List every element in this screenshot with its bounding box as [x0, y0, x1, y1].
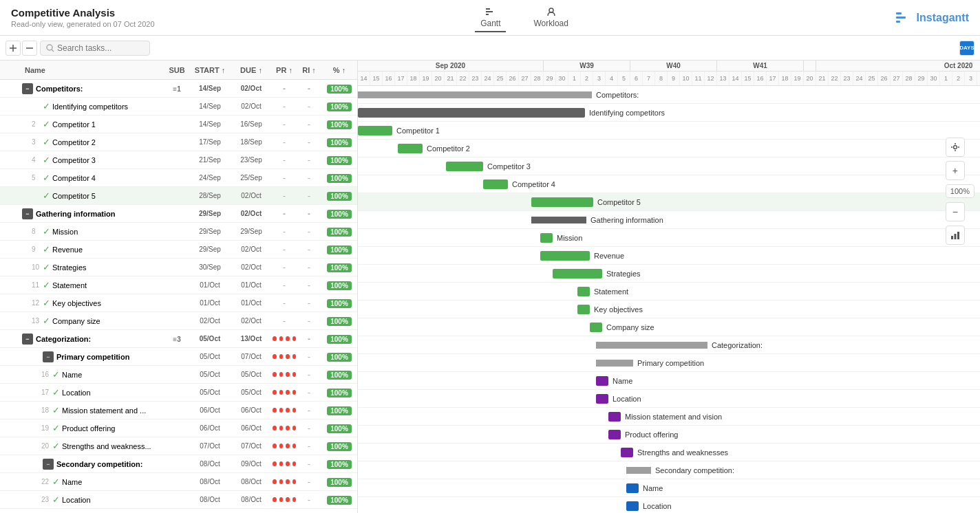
gantt-day: 21 — [445, 72, 457, 85]
col-name-header[interactable]: Name — [22, 66, 164, 74]
row-start: 05/Oct — [189, 353, 231, 360]
app-subtitle: Read-only view, generated on 07 Oct 2020 — [11, 20, 155, 28]
table-row[interactable]: 16 ✓ Name 05/Oct 05/Oct - 100% — [0, 366, 357, 384]
row-due: 01/Oct — [231, 299, 272, 307]
nav-workload-label: Workload — [533, 19, 568, 28]
row-pct: 100% — [321, 441, 357, 451]
row-pct: 100% — [321, 477, 357, 487]
nav-workload[interactable]: Workload — [528, 3, 573, 32]
gantt-row: Identifying competitors — [358, 104, 980, 122]
gantt-row: Primary competition — [358, 354, 980, 372]
row-due: 02/Oct — [231, 192, 272, 199]
table-row[interactable]: 8 ✓ Mission 29/Sep 29/Sep - - 100% — [0, 223, 357, 241]
gantt-row: Competitor 4 — [358, 175, 980, 193]
row-ri: - — [297, 102, 321, 111]
row-name: 8 ✓ Mission — [22, 226, 164, 237]
col-sub-header[interactable]: SUB — [164, 66, 189, 74]
settings-button[interactable] — [946, 138, 965, 157]
col-pct-header[interactable]: % ↑ — [321, 66, 357, 74]
gantt-day: 26 — [878, 72, 891, 85]
zoom-out-button[interactable]: − — [946, 202, 965, 221]
row-due: 05/Oct — [231, 371, 272, 378]
col-pr-header[interactable]: PR ↑ — [272, 66, 297, 74]
svg-rect-5 — [896, 17, 906, 19]
row-pct: 100% — [321, 245, 357, 254]
row-start: 29/Sep — [189, 210, 231, 217]
gantt-day: 30 — [928, 72, 940, 85]
row-start: 05/Oct — [189, 371, 231, 378]
gantt-month: W39 — [544, 61, 630, 71]
gantt-day: 17 — [395, 72, 407, 85]
row-pr — [272, 408, 297, 413]
gantt-bar-label: Gathering information — [590, 216, 663, 224]
gantt-day: 13 — [717, 72, 729, 85]
col-start-header[interactable]: START ↑ — [189, 66, 231, 74]
zoom-in-button[interactable]: + — [946, 161, 965, 180]
row-ri: - — [297, 424, 321, 433]
table-row[interactable]: − Categorization: ≡3 05/Oct 13/Oct - 100… — [0, 330, 357, 348]
gantt-bar — [596, 376, 608, 386]
row-start: 05/Oct — [189, 389, 231, 396]
nav-gantt[interactable]: Gantt — [475, 3, 506, 32]
table-row[interactable]: 11 ✓ Statement 01/Oct 01/Oct - - 100% — [0, 276, 357, 294]
table-row[interactable]: 23 ✓ Location 08/Oct 08/Oct - 100% — [0, 491, 357, 509]
gantt-bar-label: Competitor 5 — [597, 198, 641, 206]
row-start: 08/Oct — [189, 478, 231, 485]
row-start: 07/Oct — [189, 442, 231, 450]
row-due: 08/Oct — [231, 496, 272, 503]
gantt-day: 21 — [816, 72, 829, 85]
svg-rect-0 — [486, 8, 490, 10]
gantt-day: 17 — [767, 72, 779, 85]
table-row[interactable]: 13 ✓ Company size 02/Oct 02/Oct - - 100% — [0, 312, 357, 330]
gantt-header: Sep 2020W39W40W41Oct 2020141516171819202… — [358, 61, 980, 86]
table-row[interactable]: − Primary competition 05/Oct 07/Oct - 10… — [0, 348, 357, 366]
right-panel[interactable]: Sep 2020W39W40W41Oct 2020141516171819202… — [358, 61, 980, 513]
row-name: 22 ✓ Name — [22, 477, 164, 487]
search-icon — [46, 44, 54, 52]
row-start: 06/Oct — [189, 406, 231, 414]
row-ri: - — [297, 173, 321, 183]
row-ri: - — [297, 263, 321, 272]
table-row[interactable]: 2 ✓ Competitor 1 14/Sep 16/Sep - - 100% — [0, 116, 357, 133]
row-start: 29/Sep — [189, 228, 231, 235]
table-row[interactable]: ✓ Identifying competitors 14/Sep 02/Oct … — [0, 98, 357, 116]
table-row[interactable]: − Competitors: ≡1 14/Sep 02/Oct - - 100% — [0, 80, 357, 98]
row-due: 02/Oct — [231, 245, 272, 253]
table-row[interactable]: 5 ✓ Competitor 4 24/Sep 25/Sep - - 100% — [0, 169, 357, 187]
table-row[interactable]: 20 ✓ Strengths and weakness... 07/Oct 07… — [0, 437, 357, 455]
chart-button[interactable] — [946, 226, 965, 245]
row-pr: - — [272, 102, 297, 111]
table-row[interactable]: ✓ Competitor 5 28/Sep 02/Oct - - 100% — [0, 187, 357, 205]
col-due-header[interactable]: DUE ↑ — [231, 66, 272, 74]
col-ri-header[interactable]: RI ↑ — [297, 66, 321, 74]
row-pct: 100% — [321, 209, 357, 219]
gantt-bar-label: Mission statement and vision — [625, 413, 722, 421]
table-row[interactable]: 18 ✓ Mission statement and ... 06/Oct 06… — [0, 402, 357, 419]
gantt-row: Product offering — [358, 426, 980, 444]
table-row[interactable]: 12 ✓ Key objectives 01/Oct 01/Oct - - 10… — [0, 294, 357, 312]
row-name: 4 ✓ Competitor 3 — [22, 155, 164, 165]
table-row[interactable]: 9 ✓ Revenue 29/Sep 02/Oct - - 100% — [0, 241, 357, 259]
toolbar: DAYS — [0, 36, 980, 61]
table-row[interactable]: − Gathering information 29/Sep 02/Oct - … — [0, 205, 357, 223]
row-pr — [272, 354, 297, 359]
table-row[interactable]: − Secondary competition: 08/Oct 09/Oct -… — [0, 455, 357, 473]
table-row[interactable]: 17 ✓ Location 05/Oct 05/Oct - 100% — [0, 384, 357, 402]
table-row[interactable]: 19 ✓ Product offering 06/Oct 06/Oct - 10… — [0, 419, 357, 437]
workload-icon — [546, 6, 557, 17]
days-button[interactable]: DAYS — [959, 41, 974, 56]
row-ri: - — [297, 316, 321, 326]
table-row[interactable]: 22 ✓ Name 08/Oct 08/Oct - 100% — [0, 473, 357, 491]
table-row[interactable]: 24 ✓ Mission statement 09/Oct 09/Oct - 1… — [0, 509, 357, 513]
gantt-row: Categorization: — [358, 336, 980, 354]
add-task-button[interactable] — [6, 41, 21, 56]
table-row[interactable]: 4 ✓ Competitor 3 21/Sep 23/Sep - - 100% — [0, 151, 357, 169]
gantt-day: 16 — [754, 72, 767, 85]
gantt-bar-label: Key objectives — [594, 305, 643, 314]
table-row[interactable]: 10 ✓ Strategies 30/Sep 02/Oct - - 100% — [0, 259, 357, 276]
gantt-bar — [531, 197, 593, 207]
minus-button[interactable] — [22, 41, 37, 56]
table-row[interactable]: 3 ✓ Competitor 2 17/Sep 18/Sep - - 100% — [0, 133, 357, 151]
gantt-bar — [596, 342, 707, 349]
search-input[interactable] — [57, 43, 140, 53]
